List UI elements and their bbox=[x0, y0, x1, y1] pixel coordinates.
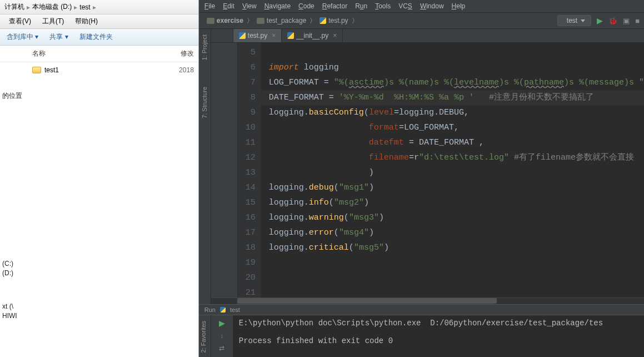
run-tool-window: Run test 2: Favorites ▶ ↓ ⇄ E:\python\py… bbox=[199, 304, 644, 357]
debug-button[interactable]: 🐞 bbox=[608, 17, 617, 25]
python-icon bbox=[287, 32, 294, 39]
run-button[interactable]: ▶ bbox=[597, 16, 603, 25]
menu-help[interactable]: 帮助(H) bbox=[75, 17, 98, 26]
left-tool-tabs: 1: Project 7: Structure bbox=[199, 29, 211, 304]
path-sep: ▸ bbox=[74, 3, 77, 11]
menu-navigate[interactable]: Navigate bbox=[264, 2, 291, 10]
explorer-menu-bar: 查看(V) 工具(T) 帮助(H) bbox=[0, 14, 198, 29]
python-icon bbox=[239, 32, 246, 39]
explorer-toolbar: 含到库中 ▾ 共享 ▾ 新建文件夹 bbox=[0, 29, 198, 46]
menu-tools[interactable]: Tools bbox=[375, 2, 391, 10]
chevron-down-icon bbox=[581, 19, 585, 22]
python-icon bbox=[220, 307, 226, 313]
menu-refactor[interactable]: Refactor bbox=[322, 2, 347, 10]
ide-menu-bar: File Edit View Navigate Code Refactor Ru… bbox=[199, 0, 644, 13]
tab-spacer bbox=[211, 29, 233, 42]
editor-tabs: test.py × __init__.py × bbox=[211, 29, 644, 43]
path-seg[interactable]: 计算机 bbox=[4, 2, 24, 12]
toolbar-share[interactable]: 共享 ▾ bbox=[49, 32, 68, 42]
coverage-button[interactable]: ▣ bbox=[623, 17, 630, 25]
path-sep: ▸ bbox=[27, 3, 30, 11]
code-editor[interactable]: 56789101112131415161718192021 import log… bbox=[238, 43, 644, 298]
menu-window[interactable]: Window bbox=[420, 2, 444, 10]
folder-icon bbox=[257, 18, 264, 24]
col-modified[interactable]: 修改 bbox=[172, 49, 194, 58]
col-name[interactable]: 名称 bbox=[32, 49, 172, 58]
menu-tools[interactable]: 工具(T) bbox=[42, 17, 64, 26]
menu-run[interactable]: Run bbox=[355, 2, 367, 10]
rerun-button[interactable]: ▶ bbox=[219, 319, 225, 328]
folder-icon bbox=[207, 18, 214, 24]
project-tool-tab[interactable]: 1: Project bbox=[200, 32, 209, 62]
editor-left-stripe bbox=[211, 43, 238, 298]
line-gutter: 56789101112131415161718192021 bbox=[238, 43, 261, 298]
ide-nav-bar: exercise 〉 test_package 〉 test.py 〉 test… bbox=[199, 13, 644, 29]
explorer-path-bar[interactable]: 计算机 ▸ 本地磁盘 (D:) ▸ test ▸ bbox=[0, 0, 198, 14]
col-blank bbox=[4, 49, 32, 58]
menu-help[interactable]: Help bbox=[452, 2, 466, 10]
file-modified: 2018 bbox=[172, 66, 194, 74]
close-icon[interactable]: × bbox=[333, 32, 337, 39]
menu-code[interactable]: Code bbox=[298, 2, 314, 10]
explorer-window: 计算机 ▸ 本地磁盘 (D:) ▸ test ▸ 查看(V) 工具(T) 帮助(… bbox=[0, 0, 199, 357]
python-icon bbox=[319, 17, 326, 24]
menu-file[interactable]: File bbox=[204, 2, 215, 10]
menu-vcs[interactable]: VCS bbox=[398, 2, 412, 10]
explorer-file-list[interactable]: test1 2018 bbox=[0, 62, 198, 357]
menu-view[interactable]: View bbox=[242, 2, 257, 10]
explorer-columns: 名称 修改 bbox=[0, 46, 198, 62]
run-config-selector[interactable]: test bbox=[557, 15, 591, 26]
breadcrumb[interactable]: test_package bbox=[253, 16, 309, 26]
file-name: test1 bbox=[44, 66, 59, 74]
breadcrumb[interactable]: exercise bbox=[203, 16, 247, 26]
run-label[interactable]: Run bbox=[204, 306, 216, 313]
toggle-button[interactable]: ⇄ bbox=[219, 344, 224, 352]
folder-icon bbox=[32, 67, 41, 73]
path-seg[interactable]: 本地磁盘 (D:) bbox=[32, 2, 72, 12]
menu-edit[interactable]: Edit bbox=[223, 2, 234, 10]
file-row[interactable]: test1 2018 bbox=[4, 65, 194, 76]
stop-button[interactable]: ■ bbox=[635, 17, 640, 25]
structure-tool-tab[interactable]: 7: Structure bbox=[200, 85, 209, 121]
toolbar-new-folder[interactable]: 新建文件夹 bbox=[79, 32, 113, 42]
favorites-tool-tab[interactable]: 2: Favorites bbox=[199, 316, 211, 357]
path-sep: ▸ bbox=[93, 3, 96, 11]
close-icon[interactable]: × bbox=[272, 32, 276, 39]
code-area[interactable]: import loggingLOG_FORMAT = "%(asctime)s … bbox=[261, 43, 644, 298]
menu-view[interactable]: 查看(V) bbox=[9, 17, 31, 26]
path-seg[interactable]: test bbox=[79, 3, 90, 11]
run-output[interactable]: E:\python\python doc\Scripts\python.exe … bbox=[233, 315, 644, 357]
editor-tab[interactable]: __init__.py × bbox=[282, 29, 343, 42]
ide-window: File Edit View Navigate Code Refactor Ru… bbox=[199, 0, 644, 357]
run-gutter: ▶ ↓ ⇄ bbox=[211, 315, 233, 357]
breadcrumb[interactable]: test.py bbox=[316, 16, 351, 26]
toolbar-include-library[interactable]: 含到库中 ▾ bbox=[7, 32, 38, 42]
stop-button[interactable]: ↓ bbox=[220, 332, 223, 340]
run-config-name: test bbox=[230, 306, 240, 313]
explorer-nav-fragments: 的位置 (C:) (D:) xt (\ HIWI bbox=[0, 87, 24, 324]
scrollbar-thumb[interactable] bbox=[237, 298, 497, 304]
horizontal-scrollbar[interactable] bbox=[211, 298, 644, 304]
editor-tab[interactable]: test.py × bbox=[233, 29, 282, 42]
